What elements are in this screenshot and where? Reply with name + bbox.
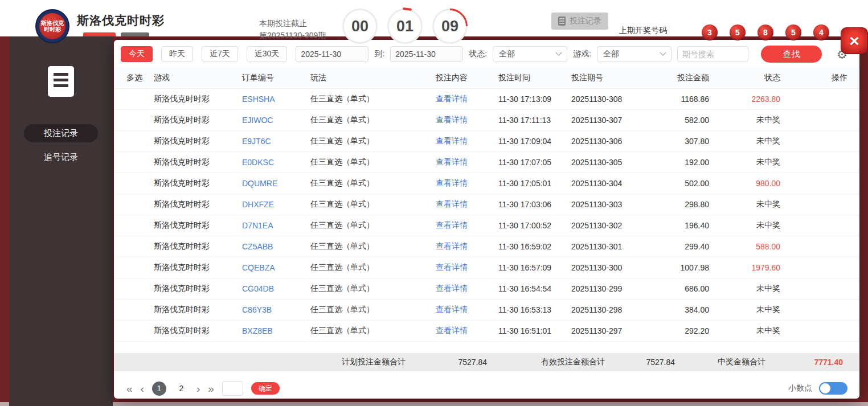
row-bet-time: 11-30 17:11:13 xyxy=(498,116,571,125)
row-play-type: 任三直选（单式） xyxy=(310,178,436,188)
status-select-value: 全部 xyxy=(499,49,515,59)
row-order-id[interactable]: E0DKSC xyxy=(242,158,310,167)
quick-filter-today[interactable]: 今天 xyxy=(121,46,153,62)
row-view-details-link[interactable]: 查看详情 xyxy=(436,115,498,125)
row-bet-amount: 298.80 xyxy=(652,200,709,209)
row-view-details-link[interactable]: 查看详情 xyxy=(436,136,498,146)
page-title: 斯洛伐克时时彩 xyxy=(77,13,165,28)
first-page-button[interactable]: « xyxy=(126,383,133,394)
bet-record-button[interactable]: 投注记录 xyxy=(551,13,608,30)
countdown-hours: 00 xyxy=(342,9,378,44)
page-jump-confirm-button[interactable]: 确定 xyxy=(251,382,280,395)
game-select[interactable]: 全部 xyxy=(597,46,672,62)
quick-filter-yesterday[interactable]: 昨天 xyxy=(161,46,193,62)
period-search-input[interactable] xyxy=(677,46,748,62)
row-bet-amount: 307.80 xyxy=(652,137,709,146)
table-row: 斯洛伐克时时彩DHXFZE任三直选（单式）查看详情11-30 17:03:062… xyxy=(114,194,859,215)
row-game: 斯洛伐克时时彩 xyxy=(154,326,242,336)
next-page-button[interactable]: › xyxy=(196,383,200,394)
date-to-input[interactable] xyxy=(390,46,463,62)
draw-ball: 3 xyxy=(702,24,718,40)
row-status: 未中奖 xyxy=(709,326,780,336)
row-view-details-link[interactable]: 查看详情 xyxy=(436,157,498,167)
sidebar-item-chase-records[interactable]: 追号记录 xyxy=(24,148,98,166)
row-order-id[interactable]: C86Y3B xyxy=(242,305,310,314)
col-bet-time: 投注时间 xyxy=(498,73,571,83)
col-bet-amount: 投注金额 xyxy=(652,73,709,83)
row-view-details-link[interactable]: 查看详情 xyxy=(436,263,498,273)
row-bet-period: 20251130-298 xyxy=(571,305,652,314)
status-select[interactable]: 全部 xyxy=(493,46,567,62)
table-row: 斯洛伐克时时彩BXZ8EB任三直选（单式）查看详情11-30 16:51:012… xyxy=(114,321,859,342)
header-tab-gray[interactable] xyxy=(121,32,149,36)
header-tab-red[interactable] xyxy=(83,32,116,36)
row-bet-period: 20251130-301 xyxy=(571,242,652,251)
row-order-id[interactable]: CQEBZA xyxy=(242,263,310,272)
row-game: 斯洛伐克时时彩 xyxy=(154,94,242,104)
prev-page-button[interactable]: ‹ xyxy=(141,383,144,394)
row-bet-period: 20251130-304 xyxy=(571,179,652,188)
decimal-label: 小数点 xyxy=(788,383,812,393)
row-status: 1979.60 xyxy=(709,263,780,272)
lottery-logo-text: 斯洛伐克时时彩 xyxy=(39,13,65,39)
date-from-input[interactable] xyxy=(296,46,369,62)
row-bet-amount: 582.00 xyxy=(652,116,709,125)
row-bet-period: 20251130-308 xyxy=(571,95,652,104)
countdown-seconds: 09 xyxy=(432,9,468,44)
row-play-type: 任三直选（单式） xyxy=(310,284,436,294)
table-row: 斯洛伐克时时彩E0DKSC任三直选（单式）查看详情11-30 17:07:052… xyxy=(114,152,859,173)
row-view-details-link[interactable]: 查看详情 xyxy=(436,284,498,294)
chevron-down-icon xyxy=(660,50,666,56)
row-play-type: 任三直选（单式） xyxy=(310,115,436,125)
page-number-1[interactable]: 1 xyxy=(152,382,166,396)
row-order-id[interactable]: E9JT6C xyxy=(242,137,310,146)
page-jump-input[interactable] xyxy=(222,381,243,396)
row-order-id[interactable]: ESHSHA xyxy=(242,95,310,104)
row-bet-time: 11-30 17:03:06 xyxy=(498,200,571,209)
row-status: 未中奖 xyxy=(709,284,780,294)
page-number-2[interactable]: 2 xyxy=(174,382,189,396)
row-order-id[interactable]: DHXFZE xyxy=(242,200,310,209)
row-view-details-link[interactable]: 查看详情 xyxy=(436,305,498,315)
row-order-id[interactable]: CZ5ABB xyxy=(242,242,310,251)
row-view-details-link[interactable]: 查看详情 xyxy=(436,326,498,336)
row-view-details-link[interactable]: 查看详情 xyxy=(436,241,498,252)
modal-backdrop: 投注记录 追号记录 今天 昨天 近7天 近30天 到: 状态: 全部 游戏: 全… xyxy=(0,36,868,406)
row-order-id[interactable]: CG04DB xyxy=(242,284,310,293)
row-view-details-link[interactable]: 查看详情 xyxy=(436,178,498,188)
valid-total-label: 有效投注金额合计 xyxy=(541,357,615,367)
row-view-details-link[interactable]: 查看详情 xyxy=(436,199,498,210)
pagination-bar: « ‹ 1 2 › » 确定 小数点 xyxy=(126,379,847,397)
row-order-id[interactable]: D7N1EA xyxy=(242,221,310,230)
row-game: 斯洛伐克时时彩 xyxy=(154,263,242,273)
row-order-id[interactable]: DQUMRE xyxy=(242,179,310,188)
chevron-down-icon xyxy=(555,50,562,56)
quick-filter-30days[interactable]: 近30天 xyxy=(247,46,288,62)
row-bet-time: 11-30 17:07:05 xyxy=(498,158,571,167)
row-bet-amount: 384.00 xyxy=(652,305,709,314)
draw-ball: 5 xyxy=(785,24,801,40)
col-operation: 操作 xyxy=(780,73,847,83)
last-page-button[interactable]: » xyxy=(208,383,214,394)
row-play-type: 任三直选（单式） xyxy=(310,136,436,146)
row-play-type: 任三直选（单式） xyxy=(310,220,436,231)
sidebar-item-bet-records[interactable]: 投注记录 xyxy=(24,124,98,142)
row-view-details-link[interactable]: 查看详情 xyxy=(436,94,498,104)
quick-filter-7days[interactable]: 近7天 xyxy=(202,46,238,62)
countdown-arc xyxy=(425,1,475,51)
row-play-type: 任三直选（单式） xyxy=(310,263,436,273)
decimal-toggle-group: 小数点 xyxy=(788,382,847,395)
row-order-id[interactable]: EJIWOC xyxy=(242,116,310,125)
sidebar-item-label: 投注记录 xyxy=(44,128,78,139)
deadline-label: 本期投注截止 xyxy=(259,19,307,29)
search-button[interactable]: 查找 xyxy=(761,46,822,63)
status-filter-label: 状态: xyxy=(469,49,487,59)
col-status: 状态 xyxy=(709,73,780,83)
row-play-type: 任三直选（单式） xyxy=(310,199,436,210)
close-modal-button[interactable]: × xyxy=(841,27,868,54)
win-total-label: 中奖金额合计 xyxy=(718,357,775,367)
row-view-details-link[interactable]: 查看详情 xyxy=(436,220,498,231)
countdown-minutes: 01 xyxy=(387,9,423,44)
decimal-toggle[interactable] xyxy=(819,382,847,395)
row-order-id[interactable]: BXZ8EB xyxy=(242,326,310,335)
